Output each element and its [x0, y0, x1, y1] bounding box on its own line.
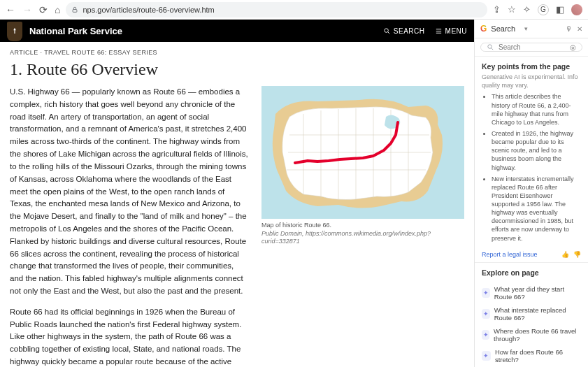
share-icon[interactable]: ⇪ — [493, 4, 501, 15]
us-interior — [282, 107, 433, 200]
thumbs-up-icon[interactable]: 👍 — [561, 251, 569, 258]
nps-search-button[interactable]: SEARCH — [383, 27, 425, 35]
lens-icon[interactable]: ◎ — [570, 43, 576, 51]
explore-question-label: How far does Route 66 stretch? — [495, 348, 581, 364]
mic-icon[interactable]: 🎙 — [566, 25, 573, 33]
search-icon — [487, 43, 494, 51]
nps-menu-label: MENU — [445, 27, 467, 35]
report-link[interactable]: Report a legal issue — [482, 251, 538, 258]
breadcrumb: ARTICLE · TRAVEL ROUTE 66: ESSAY SERIES — [10, 49, 464, 56]
nps-header: National Park Service SEARCH MENU — [0, 20, 474, 42]
back-icon[interactable]: ← — [6, 4, 15, 15]
profile-avatar[interactable] — [571, 4, 582, 15]
explore-question[interactable]: ✦How far does Route 66 stretch? — [475, 345, 588, 366]
sparkle-icon: ✦ — [482, 351, 491, 361]
svg-point-3 — [488, 45, 492, 49]
forward-icon[interactable]: → — [22, 4, 32, 15]
keypoint-item: New interstates incrementally replaced R… — [492, 175, 581, 243]
chrome-side-panel: G Search ▾ 🎙 ✕ Search ◎ Key points from … — [474, 20, 588, 367]
sparkle-icon: ✦ — [482, 330, 489, 340]
nps-search-label: SEARCH — [394, 27, 425, 35]
explore-question-label: What interstate replaced Route 66? — [494, 306, 581, 322]
address-bar[interactable]: nps.gov/articles/route-66-overview.htm — [66, 2, 487, 17]
hamburger-icon — [435, 27, 443, 35]
explore-question-label: What year did they start Route 66? — [494, 285, 581, 301]
explore-question[interactable]: ✦Where does Route 66 travel through? — [475, 324, 588, 345]
article-paragraph: Route 66 had its official beginnings in … — [10, 306, 249, 367]
extensions-icon[interactable]: ✧ — [523, 4, 531, 15]
search-placeholder: Search — [499, 43, 521, 51]
sparkle-icon: ✦ — [482, 309, 490, 319]
page-title: 1. Route 66 Overview — [10, 60, 464, 79]
keypoints-heading: Key points from the page — [482, 62, 581, 71]
chevron-down-icon[interactable]: ▾ — [524, 25, 528, 32]
thumbs-down-icon[interactable]: 👎 — [573, 251, 581, 258]
figure-caption: Map of historic Route 66. — [261, 222, 464, 230]
google-ext-icon[interactable]: G — [538, 4, 549, 15]
nps-brand[interactable]: National Park Service — [29, 26, 376, 36]
figure-source: Public Domain, https://commons.wikimedia… — [261, 230, 464, 246]
sidepanel-toggle-icon[interactable]: ◧ — [556, 4, 564, 15]
nps-menu-button[interactable]: MENU — [435, 27, 467, 35]
article-paragraph: U.S. Highway 66 — popularly known as Rou… — [10, 86, 249, 298]
reload-icon[interactable]: ⟳ — [39, 4, 48, 15]
explore-question-label: Where does Route 66 travel through? — [494, 327, 581, 343]
search-icon — [383, 27, 391, 35]
explore-question[interactable]: ✦What interstate replaced Route 66? — [475, 303, 588, 324]
sparkle-icon: ✦ — [482, 288, 490, 298]
keypoint-item: This article describes the history of Ro… — [492, 92, 581, 127]
lock-icon — [71, 6, 78, 13]
keypoints-disclaimer: Generative AI is experimental. Info qual… — [482, 73, 581, 89]
svg-point-1 — [385, 28, 389, 32]
explore-question[interactable]: ✦What year did they start Route 66? — [475, 282, 588, 303]
keypoint-item: Created in 1926, the highway became popu… — [492, 129, 581, 172]
sidepanel-title[interactable]: Search — [491, 24, 520, 33]
bookmark-icon[interactable]: ☆ — [508, 4, 516, 15]
explore-heading: Explore on page — [482, 268, 581, 277]
sidepanel-search-input[interactable]: Search ◎ — [480, 43, 582, 52]
browser-toolbar: ← → ⟳ ⌂ nps.gov/articles/route-66-overvi… — [0, 0, 588, 20]
url-text: nps.gov/articles/route-66-overview.htm — [83, 6, 214, 14]
google-g-icon: G — [480, 24, 487, 34]
svg-rect-0 — [73, 9, 78, 12]
nps-arrowhead-logo[interactable] — [7, 22, 22, 41]
home-icon[interactable]: ⌂ — [55, 4, 60, 15]
close-icon[interactable]: ✕ — [577, 25, 582, 33]
page-content: National Park Service SEARCH MENU ARTICL… — [0, 20, 474, 367]
route66-map — [261, 86, 464, 219]
